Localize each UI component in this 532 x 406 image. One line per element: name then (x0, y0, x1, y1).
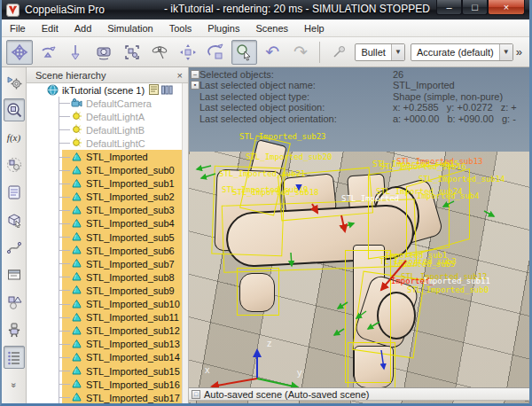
tree-item[interactable]: STL_Imported_sub15 (27, 364, 183, 378)
close-button[interactable]: × (488, 0, 525, 15)
undo-button[interactable]: ↶ (259, 40, 286, 65)
status-collapse-button[interactable]: □ (192, 390, 200, 399)
globe-icon (47, 84, 59, 96)
tree-item[interactable]: STL_Imported_sub14 (27, 351, 183, 364)
camera-pan-button[interactable] (6, 40, 33, 65)
tree-item[interactable]: DefaultCamera (27, 97, 183, 110)
toolbar-overflow-chevron[interactable]: » (516, 45, 522, 59)
selection-dialog-button[interactable] (4, 263, 25, 286)
tree-item[interactable]: STL_Imported_sub1 (27, 177, 183, 191)
accuracy-dropdown[interactable]: Accurate (default) ▼ (411, 43, 513, 61)
menu-item-simulation[interactable]: Simulation (99, 20, 160, 36)
scripts-button[interactable] (4, 181, 25, 204)
tree-item[interactable]: DefaultLightA (27, 110, 183, 123)
camera-rotate-button[interactable] (35, 40, 61, 65)
script-icon (6, 184, 22, 200)
hierarchy-scrollbar[interactable] (182, 83, 188, 403)
physics-engine-dropdown[interactable]: Bullet ▼ (355, 43, 405, 61)
overlay-collapse-button[interactable]: – (191, 70, 200, 79)
tree-item[interactable]: STL_Imported (27, 150, 183, 163)
tree-item[interactable]: STL_Imported_sub9 (27, 284, 183, 297)
app-title: CoppeliaSim Pro (25, 4, 105, 16)
geometric-tools-button[interactable] (4, 291, 25, 314)
fly-mode-button[interactable] (147, 40, 174, 65)
bulb-icon (71, 124, 82, 136)
object-shift-button[interactable] (175, 40, 201, 65)
tree-item[interactable]: STL_Imported_sub2 (27, 191, 183, 204)
tree-item-label: ikTutorial (scene 1) (62, 85, 145, 96)
object-properties-button[interactable] (4, 98, 25, 121)
path-edit-button[interactable] (4, 236, 25, 259)
camera-zoom-button[interactable] (62, 40, 89, 65)
shape-icon (71, 339, 82, 350)
tree-item[interactable]: STL_Imported_sub16 (27, 378, 183, 391)
tree-item-label: DefaultLightC (86, 138, 145, 149)
fit-to-view-button[interactable] (119, 40, 145, 65)
object-rotate-button[interactable] (203, 40, 230, 65)
tree-item[interactable]: ikTutorial (scene 1) (27, 83, 183, 97)
shape-icon (71, 392, 82, 403)
select-cursor-icon (235, 43, 253, 61)
menu-item-scenes[interactable]: Scenes (247, 20, 296, 36)
menu-item-help[interactable]: Help (296, 20, 332, 36)
menu-item-edit[interactable]: Edit (34, 20, 66, 36)
tree-item[interactable]: STL_Imported_sub6 (27, 244, 183, 257)
tree-stub (59, 129, 70, 130)
shape-icon (71, 205, 82, 216)
tree-item[interactable]: STL_Imported_sub7 (27, 257, 183, 270)
tree-stub (59, 397, 70, 398)
shape-edit-button[interactable] (4, 208, 25, 231)
tree-stub (59, 223, 70, 224)
tree-item[interactable]: DefaultLightC (27, 137, 183, 150)
tree-item[interactable]: STL_Imported_sub5 (27, 230, 183, 244)
model-browser-button[interactable] (4, 318, 25, 341)
tree-item[interactable]: STL_Imported_sub3 (27, 204, 183, 217)
camera-angle-button[interactable] (90, 40, 117, 65)
select-mode-button[interactable] (231, 40, 258, 65)
menu-item-plugins[interactable]: Plugins (200, 20, 247, 36)
tree-item-label: STL_Imported_sub14 (86, 352, 180, 363)
tree-item[interactable]: STL_Imported_sub17 (27, 391, 183, 403)
tree-stub (59, 143, 70, 144)
simulation-settings-button[interactable] (4, 71, 25, 94)
hierarchy-close-icon[interactable]: × (177, 70, 183, 81)
tree-item[interactable]: STL_Imported_sub0 (27, 164, 183, 177)
pin-button[interactable] (325, 40, 352, 65)
tree-stub (59, 210, 70, 211)
shape-icon (71, 191, 82, 203)
tree-item[interactable]: STL_Imported_sub12 (27, 324, 183, 338)
hierarchy-tree: ikTutorial (scene 1)DefaultCameraDefault… (27, 83, 183, 403)
tree-item[interactable]: DefaultLightB (27, 123, 183, 137)
tree-stub (59, 331, 70, 332)
layers-button[interactable] (4, 346, 25, 369)
axis-x-label: x (205, 364, 210, 375)
tree-item[interactable]: STL_Imported_sub4 (27, 217, 183, 230)
collections-button[interactable] (4, 153, 25, 176)
viewport-3d[interactable]: STL_Imported_sub23STL_Imported_sub20STL_… (189, 67, 529, 403)
menu-bar: FileEditAddSimulationToolsPluginsScenesH… (2, 20, 529, 37)
fx-icon: f(x) (7, 132, 20, 143)
maximize-button[interactable]: □ (462, 0, 488, 15)
menu-item-add[interactable]: Add (66, 20, 100, 36)
tree-item[interactable]: STL_Imported_sub8 (27, 270, 183, 284)
tree-stub (59, 277, 70, 277)
overlay-dock-button[interactable]: ▪ (191, 81, 200, 90)
tree-item[interactable]: STL_Imported_sub10 (27, 298, 183, 311)
tree-item[interactable]: STL_Imported_sub11 (27, 311, 183, 324)
tree-item-label: DefaultLightA (86, 112, 145, 122)
minimize-button[interactable]: – (436, 0, 462, 15)
shape-icon (71, 258, 82, 269)
shape-icon (71, 218, 82, 230)
tree-stub (59, 197, 70, 198)
columns-icon[interactable] (161, 84, 173, 97)
main-area: f(x) (2, 67, 529, 403)
redo-button[interactable]: ↷ (287, 40, 314, 65)
tree-item-label: DefaultLightB (86, 125, 145, 136)
menu-item-file[interactable]: File (2, 20, 34, 36)
calculation-modules-button[interactable]: f(x) (4, 126, 25, 149)
tree-item[interactable]: STL_Imported_sub13 (27, 338, 183, 351)
info-row: Last selected object orientation:a: +000… (200, 113, 517, 124)
left-toolbar-overflow-button[interactable]: » (4, 373, 25, 396)
script-icon[interactable] (149, 84, 159, 97)
menu-item-tools[interactable]: Tools (161, 20, 200, 36)
